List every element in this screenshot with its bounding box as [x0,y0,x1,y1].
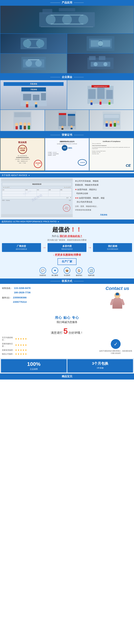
price-main: 超值价！！ 为什么 我们的 价格如此低？ 因为我们是厂家直销，直接把优惠送给消费… [0,224,134,278]
rating-row-0: 宝贝与描述相符： ★★★★★ [2,336,98,341]
rating-right: ✓ 如有不满意的地方请联系我们，您的满意是我们最大的追求 [99,336,132,356]
guarantee-num-1: 3个月包换 [68,361,132,366]
exhibition-section: 企业展会 天机传动 天机传动 [0,74,134,132]
svg-point-75 [117,121,119,123]
svg-point-19 [26,60,32,67]
svg-rect-31 [23,94,31,100]
guarantee-box-1: 3个月包换 1年保修 [67,359,133,372]
svg-rect-37 [35,104,37,108]
svg-rect-33 [41,93,46,100]
service-item-0: 💬 快速回应 [37,267,48,276]
svg-rect-78 [114,123,116,126]
svg-rect-41 [106,90,113,99]
invoice-title: 关于发票 ABOUT INVOICE [2,174,27,177]
price-card-0: 厂商供货 成本价批量批发 [2,243,41,252]
exhibit-img-1: 天机传动 天机传动 [0,80,67,110]
slogan2: 我们竭诚为您服务 [2,320,132,324]
hotline-row: 销售热线： 133-3268-8478 180-2828-7736 [2,286,101,294]
rating-row-3: 物流公司服务： ★★★★★ [2,353,98,355]
checkmark-icon: ✓ [111,339,121,349]
svg-rect-68 [71,128,73,130]
svg-text:www.tjchuandong.com: www.tjchuandong.com [94,86,107,87]
invoice-line1: 本公司可开具收据、增值税 普通发票、增值税专用发票 [75,179,132,187]
svg-point-58 [27,122,31,126]
price-header-dropdown[interactable]: ▼ [57,221,59,222]
svg-point-72 [105,121,108,123]
hotline-label: 销售热线： [2,287,13,290]
svg-rect-66 [61,128,63,130]
slogan1: 用心 贴心 专心 [2,316,132,320]
svg-rect-14 [91,40,99,47]
svg-rect-76 [106,123,108,126]
rating-right-text: 如有不满意的地方请联系我们，您的满意是我们最大的追求 [99,350,132,354]
svg-point-16 [98,41,103,46]
hotline1: 133-3268-8478 [14,286,31,290]
price-question: 为什么 我们的 价格如此低？ [2,235,132,238]
svg-text:天机传动: 天机传动 [30,89,37,90]
svg-rect-63 [59,113,66,115]
svg-rect-21 [28,59,39,60]
product-img-2 [67,34,134,53]
contact-left: 销售热线： 133-3268-8478 180-2828-7736 服务QQ： … [2,286,101,312]
chat-icon: 💬 [40,267,46,274]
svg-rect-64 [68,114,75,116]
recommend-icon: 📦 [64,267,70,274]
svg-point-8 [23,40,31,48]
rating-row-2: 卖家发货速度： ★★★★★ [2,349,98,351]
qq-row: 服务QQ： 2355938366 2355775314 [2,295,101,304]
svg-rect-23 [89,56,96,60]
price-title: 超值价！！ [2,226,132,234]
price-card-2: 我们直销 无任何附加成本 [93,243,132,252]
exhibition-title: 企业展会 [62,76,72,79]
svg-rect-1 [42,9,52,14]
svg-rect-32 [33,95,39,100]
svg-point-73 [109,121,112,124]
invoice-line3: ★★ 如需开普通票、增值票，请提 供公司的开票信息 [75,196,132,204]
qq1: 2355938366 [13,295,26,300]
svg-point-27 [103,62,107,66]
product-app-grid [0,6,134,74]
hotline-numbers: 133-3268-8478 180-2828-7736 [14,286,31,294]
svg-rect-47 [108,102,110,104]
svg-rect-71 [104,115,119,118]
qq2: 2355775314 [13,300,26,304]
address-icon: 🏠 [76,267,82,274]
invoice-text: 本公司可开具收据、增值税 普通发票、增值税专用发票 ★ 如需开收据，请提供公 司… [74,178,133,217]
contact-title: 联系方式 [62,280,72,283]
price-services: 💬 快速回应 ❤ 耐心解答 📦 专业推荐 🏠 修改地址 🔄 包换包退 [2,267,132,276]
exhibit-img-2: www.tjchuandong.com [67,80,134,110]
exhibition-header: 企业展会 [0,74,134,80]
invoice-section: 关于发票 ABOUT INVOICE ▼ 天机传动 天机传动 增值税普通发票 N… [0,172,134,220]
svg-rect-51 [14,112,31,117]
svg-point-34 [26,102,28,104]
cert-compliance: Certificate of Compliance This is to cer… [89,138,134,170]
guarantee-label-0: 正品保障 [2,368,66,370]
service-item-4: 🔄 包换包退 [86,267,97,276]
honor-title: 荣誉证书 [62,133,72,137]
svg-rect-39 [88,89,96,99]
svg-rect-53 [16,126,18,130]
exhibit-bottom-row [0,110,134,131]
invoice-line2: ★ 如需开收据，请提供公 司的单位名称 [75,188,132,196]
svg-rect-2 [59,8,75,12]
price-card-1: 多层代理 增加各种成本价 [48,243,87,252]
svg-point-74 [114,120,116,123]
cert-business-license: 营业执照 中华人民共和国 统一社会信用代码 91440000XXXXXXXX0X… [0,138,45,170]
invoice-image: 天机传动 天机传动 增值税普通发票 No 01110376 No 0111037… [1,178,73,217]
svg-rect-35 [26,104,28,108]
svg-rect-55 [20,125,22,130]
qq-label: 服务QQ： [2,296,12,299]
price-factory: 生产厂家 [57,258,77,265]
dropdown-icon[interactable]: ▼ [28,174,30,176]
honor-grid: 营业执照 中华人民共和国 统一社会信用代码 91440000XXXXXXXX0X… [0,138,134,171]
service-slogan: 用心 贴心 专心 我们竭诚为您服务 [0,314,134,326]
svg-rect-61 [59,115,66,126]
price-sub: 因为我们是厂家直销，直接把优惠送给消费者 [2,239,132,242]
svg-point-36 [35,102,37,104]
price-arrow: ↓ 把更多实惠留给消费者 [2,253,132,257]
rating-title: 满意请打 5 分好评哦！ [2,327,132,335]
qq-numbers: 2355938366 2355775314 [13,295,26,304]
rating-content: 宝贝与描述相符： ★★★★★ 卖家的服务态度： ★★★★★ 卖家发货速度： ★★… [2,336,132,356]
svg-point-5 [79,15,88,24]
honor-header: 荣誉证书 [0,132,134,138]
